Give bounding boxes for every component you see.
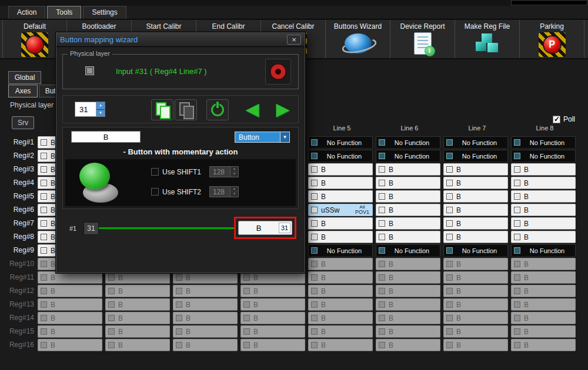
use-shift2-checkbox[interactable] [151,188,159,196]
menu-tab-settings[interactable]: Settings [83,6,126,19]
grid-cell-b[interactable]: B [443,231,508,243]
cell-checkbox[interactable] [446,180,453,186]
cell-checkbox[interactable] [379,328,385,335]
cell-checkbox[interactable] [379,220,385,227]
cell-checkbox[interactable] [311,166,318,173]
close-icon[interactable]: × [287,35,301,45]
srv-button[interactable]: Srv [12,116,34,129]
grid-cell-b[interactable]: B [38,325,102,338]
cell-checkbox[interactable] [446,261,453,267]
toolbar-button-make-reg-file[interactable]: Make Reg File [455,20,520,58]
cell-checkbox[interactable] [514,301,520,308]
cell-checkbox[interactable] [176,274,182,281]
grid-cell-b[interactable]: B [308,325,373,338]
grid-cell-b[interactable]: B [511,177,576,189]
toolbar-button-device-report[interactable]: Device Report [390,20,455,58]
cell-checkbox[interactable] [311,220,318,227]
grid-cell-b[interactable]: B [511,298,576,311]
grid-cell-b[interactable]: B [105,339,170,351]
cell-checkbox[interactable] [243,288,250,294]
cell-checkbox[interactable] [176,342,182,348]
cell-checkbox[interactable] [379,207,385,213]
grid-cell-b[interactable]: B [308,258,373,270]
grid-cell-b[interactable]: B [240,312,305,324]
grid-cell-b[interactable]: B [511,325,576,338]
grid-cell-b[interactable]: B [443,190,508,203]
spinner-arrows[interactable]: ▲▼ [96,102,105,116]
grid-cell-b[interactable]: B [376,298,440,311]
grid-cell-b[interactable]: B [173,339,238,351]
cell-checkbox[interactable] [379,247,385,254]
cell-checkbox[interactable] [446,342,453,348]
grid-cell-b[interactable]: B [308,312,373,324]
grid-cell-b[interactable]: B [308,190,373,203]
grid-cell-b[interactable]: B [511,312,576,324]
input-number-spinner[interactable]: 31 ▲▼ [75,102,105,117]
cell-checkbox[interactable] [41,180,47,186]
cell-checkbox[interactable] [311,193,318,200]
grid-cell-ussw[interactable]: uSSwAltPOV1 [308,204,373,216]
cell-checkbox[interactable] [379,342,385,348]
grid-cell-b[interactable]: B [173,298,238,311]
input-state-checkbox[interactable] [85,66,94,75]
cell-checkbox[interactable] [108,342,115,348]
cell-checkbox[interactable] [41,342,47,348]
grid-cell-b[interactable]: B [443,204,508,216]
cell-checkbox[interactable] [379,153,385,159]
grid-cell-b[interactable]: B [240,298,305,311]
grid-cell-b[interactable]: B [511,271,576,284]
grid-cell-b[interactable]: B [105,325,170,338]
grid-cell-b[interactable]: B [38,298,102,311]
grid-cell-no-function[interactable]: No Function [511,136,576,149]
grid-cell-b[interactable]: B [376,285,440,297]
cell-checkbox[interactable] [243,328,250,335]
cell-checkbox[interactable] [311,139,318,146]
cell-checkbox[interactable] [514,153,520,159]
grid-cell-b[interactable]: B [511,204,576,216]
grid-cell-no-function[interactable]: No Function [443,136,508,149]
cell-checkbox[interactable] [108,288,115,294]
poll-control[interactable]: Poll [553,115,575,123]
cell-checkbox[interactable] [514,207,520,213]
cell-checkbox[interactable] [379,261,385,267]
button-name-field[interactable] [71,131,141,143]
cell-checkbox[interactable] [379,139,385,146]
cell-checkbox[interactable] [514,342,520,348]
cell-checkbox[interactable] [41,166,47,173]
grid-cell-b[interactable]: B [443,217,508,230]
cell-checkbox[interactable] [379,315,385,321]
cell-checkbox[interactable] [446,193,453,200]
grid-cell-b[interactable]: B [443,312,508,324]
grid-cell-b[interactable]: B [443,339,508,351]
shift1-spinner[interactable]: 128 ▲▼ [209,166,239,177]
cell-checkbox[interactable] [379,234,385,240]
copy-button[interactable] [151,99,173,120]
grid-cell-b[interactable]: B [511,163,576,176]
grid-cell-b[interactable]: B [308,298,373,311]
cell-checkbox[interactable] [108,328,115,335]
grid-cell-b[interactable]: B [308,217,373,230]
toolbar-button-buttons-wizard[interactable]: Buttons Wizard [326,20,390,58]
grid-cell-b[interactable]: B [376,190,440,203]
cell-checkbox[interactable] [514,274,520,281]
cell-checkbox[interactable] [446,139,453,146]
grid-cell-b[interactable]: B [443,298,508,311]
cell-checkbox[interactable] [41,193,47,200]
cell-checkbox[interactable] [41,288,47,294]
cell-checkbox[interactable] [311,247,318,254]
cell-checkbox[interactable] [41,328,47,335]
cell-checkbox[interactable] [108,315,115,321]
cell-checkbox[interactable] [514,220,520,227]
cell-checkbox[interactable] [41,261,47,267]
grid-cell-b[interactable]: B [105,312,170,324]
grid-cell-b[interactable]: B [511,258,576,270]
grid-cell-b[interactable]: B [173,271,238,284]
grid-cell-b[interactable]: B [105,298,170,311]
cell-checkbox[interactable] [446,288,453,294]
grid-cell-b[interactable]: B [376,339,440,351]
cell-checkbox[interactable] [41,207,47,213]
grid-cell-b[interactable]: B [511,190,576,203]
button-type-dropdown[interactable]: Button ▼ [235,132,290,143]
cell-checkbox[interactable] [514,328,520,335]
grid-cell-no-function[interactable]: No Function [308,136,373,149]
